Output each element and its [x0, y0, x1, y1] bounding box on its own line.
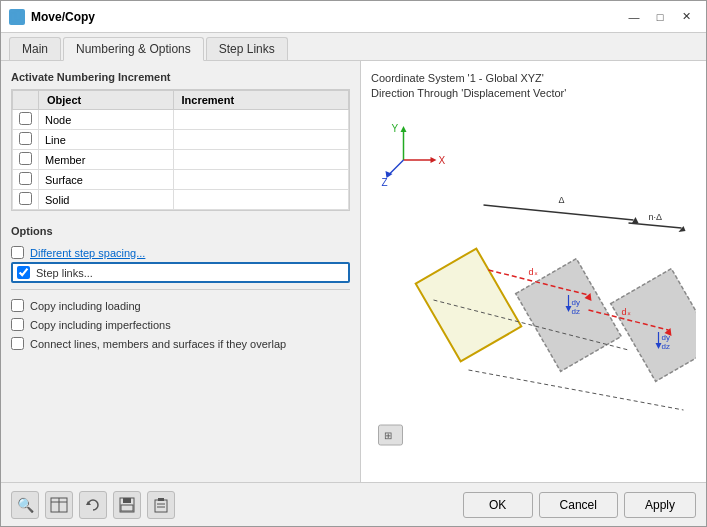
svg-rect-12: [416, 248, 522, 361]
solid-label: Solid: [39, 190, 174, 210]
right-panel: Coordinate System '1 - Global XYZ' Direc…: [361, 61, 706, 482]
different-step-spacing-row: Different step spacing...: [11, 243, 350, 262]
diagram-area: Y X Z: [371, 110, 696, 450]
window-title: Move/Copy: [31, 10, 95, 24]
line-label: Line: [39, 130, 174, 150]
step-links-label[interactable]: Step links...: [36, 267, 93, 279]
title-bar-left: Move/Copy: [9, 9, 95, 25]
table-row: Member: [13, 150, 349, 170]
svg-line-20: [629, 223, 682, 228]
surface-checkbox[interactable]: [19, 172, 32, 185]
svg-text:⊞: ⊞: [384, 430, 392, 441]
options-section-title: Options: [11, 225, 350, 237]
col-object: Object: [39, 91, 174, 110]
bottom-bar: 🔍: [1, 482, 706, 526]
copy-including-loading-row: Copy including loading: [11, 296, 350, 315]
coord-title: Coordinate System '1 - Global XYZ' Direc…: [371, 71, 696, 102]
member-checkbox[interactable]: [19, 152, 32, 165]
cancel-button[interactable]: Cancel: [539, 492, 618, 518]
solid-increment[interactable]: [173, 190, 348, 210]
connect-lines-checkbox[interactable]: [11, 337, 24, 350]
divider: [11, 289, 350, 290]
connect-lines-row: Connect lines, members and surfaces if t…: [11, 334, 350, 353]
svg-marker-4: [401, 126, 407, 132]
connect-lines-label: Connect lines, members and surfaces if t…: [30, 338, 286, 350]
content-area: Activate Numbering Increment Object Incr…: [1, 61, 706, 482]
col-increment: Increment: [173, 91, 348, 110]
copy-imperfections-checkbox[interactable]: [11, 318, 24, 331]
svg-text:dy: dy: [662, 333, 670, 342]
tab-main[interactable]: Main: [9, 37, 61, 60]
svg-line-17: [484, 205, 634, 220]
options-section: Options Different step spacing... Step l…: [11, 225, 350, 353]
diagram-svg: Y X Z: [371, 110, 696, 450]
svg-text:dz: dz: [662, 342, 670, 351]
svg-text:n·Δ: n·Δ: [649, 212, 663, 222]
solid-checkbox[interactable]: [19, 192, 32, 205]
coord-line1: Coordinate System '1 - Global XYZ': [371, 72, 544, 84]
copy-loading-label: Copy including loading: [30, 300, 141, 312]
surface-increment[interactable]: [173, 170, 348, 190]
col-checkbox: [13, 91, 39, 110]
svg-text:dₓ: dₓ: [529, 267, 538, 277]
svg-rect-44: [123, 498, 131, 503]
clipboard-icon[interactable]: [147, 491, 175, 519]
copy-including-imperfections-row: Copy including imperfections: [11, 315, 350, 334]
window-controls: — □ ✕: [622, 7, 698, 27]
surface-label: Surface: [39, 170, 174, 190]
table-row: Node: [13, 110, 349, 130]
table-icon[interactable]: [45, 491, 73, 519]
line-increment[interactable]: [173, 130, 348, 150]
axis-group: Y X Z: [382, 123, 446, 188]
table-row: Line: [13, 130, 349, 150]
svg-rect-46: [155, 500, 167, 512]
table-row: Solid: [13, 190, 349, 210]
numbering-section-title: Activate Numbering Increment: [11, 71, 350, 83]
numbering-table: Object Increment Node: [12, 90, 349, 210]
svg-marker-7: [431, 157, 437, 163]
search-icon[interactable]: 🔍: [11, 491, 39, 519]
tab-bar: Main Numbering & Options Step Links: [1, 33, 706, 61]
different-step-spacing-label[interactable]: Different step spacing...: [30, 247, 145, 259]
bottom-toolbar: 🔍: [11, 491, 175, 519]
line-checkbox[interactable]: [19, 132, 32, 145]
svg-text:Y: Y: [392, 123, 399, 134]
minimize-button[interactable]: —: [622, 7, 646, 27]
tab-step-links[interactable]: Step Links: [206, 37, 288, 60]
save-icon[interactable]: [113, 491, 141, 519]
coord-line2: Direction Through 'Displacement Vector': [371, 87, 566, 99]
apply-button[interactable]: Apply: [624, 492, 696, 518]
left-panel: Activate Numbering Increment Object Incr…: [1, 61, 361, 482]
ok-button[interactable]: OK: [463, 492, 533, 518]
node-label: Node: [39, 110, 174, 130]
node-checkbox[interactable]: [19, 112, 32, 125]
member-increment[interactable]: [173, 150, 348, 170]
maximize-button[interactable]: □: [648, 7, 672, 27]
dialog-buttons: OK Cancel Apply: [463, 492, 696, 518]
step-links-row: Step links...: [11, 262, 350, 283]
svg-text:Z: Z: [382, 177, 388, 188]
refresh-icon[interactable]: [79, 491, 107, 519]
svg-text:dₓ: dₓ: [622, 307, 631, 317]
svg-text:X: X: [439, 155, 446, 166]
copy-imperfections-label: Copy including imperfections: [30, 319, 171, 331]
svg-text:Δ: Δ: [559, 195, 565, 205]
copy-loading-checkbox[interactable]: [11, 299, 24, 312]
member-label: Member: [39, 150, 174, 170]
svg-line-16: [469, 370, 684, 410]
svg-rect-45: [121, 505, 133, 511]
table-header-row: Object Increment: [13, 91, 349, 110]
svg-line-9: [389, 160, 404, 175]
node-increment[interactable]: [173, 110, 348, 130]
svg-text:dz: dz: [572, 307, 580, 316]
svg-rect-47: [158, 498, 164, 501]
main-window: Move/Copy — □ ✕ Main Numbering & Options…: [0, 0, 707, 527]
svg-text:dy: dy: [572, 298, 580, 307]
different-step-spacing-checkbox[interactable]: [11, 246, 24, 259]
window-icon: [9, 9, 25, 25]
numbering-section: Activate Numbering Increment Object Incr…: [11, 71, 350, 211]
tab-numbering-options[interactable]: Numbering & Options: [63, 37, 204, 61]
svg-marker-21: [679, 226, 686, 232]
step-links-checkbox[interactable]: [17, 266, 30, 279]
close-button[interactable]: ✕: [674, 7, 698, 27]
